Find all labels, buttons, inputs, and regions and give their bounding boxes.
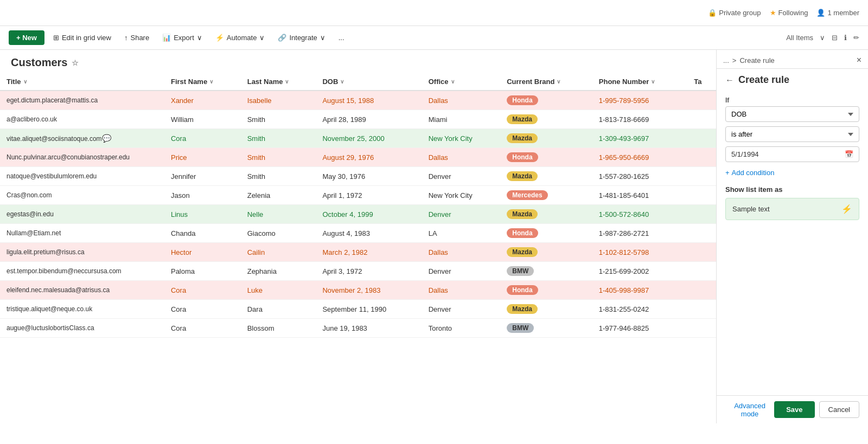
breadcrumb-text: Create rule <box>739 56 774 65</box>
cell-brand: Mazda <box>500 205 592 224</box>
table-row: eleifend.nec.malesuada@atrisus.ca Cora L… <box>0 281 716 300</box>
panel-back-button[interactable]: ← <box>725 75 734 85</box>
lock-icon: 🔒 <box>708 9 717 17</box>
person-icon: 👤 <box>816 9 825 17</box>
office-sort-icon: ∨ <box>451 79 455 85</box>
export-button[interactable]: 📊 Export ∨ <box>158 31 207 44</box>
cell-title: augue@luctuslobortisClass.ca <box>0 319 164 338</box>
cell-ta <box>687 319 716 338</box>
list-area: Customers ☆ Title ∨ First Name ∨ Last Na… <box>0 50 716 423</box>
share-button[interactable]: ↑ Share <box>120 31 154 44</box>
export-chevron-icon: ∨ <box>197 34 202 42</box>
cell-dob: April 1, 1972 <box>316 186 422 205</box>
brand-badge: Mazda <box>507 247 538 257</box>
private-group: 🔒 Private group <box>708 9 761 17</box>
brand-badge: Mercedes <box>507 190 547 200</box>
condition-operator-select[interactable]: is after <box>725 126 859 142</box>
date-value-field[interactable]: 5/1/1994 📅 <box>725 146 859 162</box>
cell-ta <box>687 129 716 148</box>
automate-icon: ⚡ <box>215 34 224 42</box>
cell-lastname: Cailin <box>241 243 316 262</box>
cell-office: Denver <box>422 300 500 319</box>
brand-badge: Honda <box>507 228 538 238</box>
brand-badge: Mazda <box>507 114 538 124</box>
panel-close-button[interactable]: × <box>857 55 861 65</box>
col-firstname: First Name ∨ <box>164 73 241 91</box>
cell-dob: October 4, 1999 <box>316 205 422 224</box>
table-row: Nunc.pulvinar.arcu@conubianostraper.edu … <box>0 148 716 167</box>
cell-phone: 1-481-185-6401 <box>592 186 688 205</box>
add-condition-button[interactable]: + Add condition <box>725 169 774 177</box>
member-count-label: 1 member <box>827 9 859 17</box>
automate-label: Automate <box>227 34 257 42</box>
following-label: Following <box>778 9 808 17</box>
cell-phone: 1-965-950-6669 <box>592 148 688 167</box>
cell-lastname: Giacomo <box>241 224 316 243</box>
cell-office: Dallas <box>422 243 500 262</box>
cell-lastname: Smith <box>241 167 316 186</box>
calendar-icon[interactable]: 📅 <box>845 150 853 158</box>
cell-dob: March 2, 1982 <box>316 243 422 262</box>
integrate-button[interactable]: 🔗 Integrate ∨ <box>273 31 329 44</box>
filter-icon[interactable]: ⊟ <box>832 34 838 42</box>
cancel-button[interactable]: Cancel <box>819 401 859 418</box>
brand-badge: Honda <box>507 152 538 162</box>
automate-button[interactable]: ⚡ Automate ∨ <box>211 31 270 44</box>
edit-icon[interactable]: ✏ <box>853 34 859 42</box>
breadcrumb-ellipsis: ... <box>723 56 729 65</box>
more-button[interactable]: ... <box>334 31 349 44</box>
table-row: Nullam@Etiam.net Chanda Giacomo August 4… <box>0 224 716 243</box>
cell-ta <box>687 91 716 110</box>
cell-title: Nunc.pulvinar.arcu@conubianostraper.edu <box>0 148 164 167</box>
star-icon: ★ <box>770 9 776 17</box>
brand-sort-icon: ∨ <box>557 79 560 85</box>
table-row: augue@luctuslobortisClass.ca Cora Blosso… <box>0 319 716 338</box>
save-button[interactable]: Save <box>774 401 814 418</box>
advanced-mode-button[interactable]: Advanced mode <box>725 402 774 418</box>
cell-lastname: Luke <box>241 281 316 300</box>
new-button[interactable]: + New <box>9 30 44 45</box>
info-icon[interactable]: ℹ <box>844 34 847 42</box>
cell-brand: Mazda <box>500 110 592 129</box>
page-title: Customers <box>11 56 67 69</box>
edit-grid-button[interactable]: ⊞ Edit in grid view <box>49 31 116 44</box>
cell-lastname: Smith <box>241 129 316 148</box>
cell-brand: Honda <box>500 281 592 300</box>
cell-dob: November 25, 2000 <box>316 129 422 148</box>
cell-phone: 1-500-572-8640 <box>592 205 688 224</box>
format-icon[interactable]: ⚡ <box>841 204 852 214</box>
table-row: egestas@in.edu Linus Nelle October 4, 19… <box>0 205 716 224</box>
right-panel: ... > Create rule × ← Create rule If DOB… <box>716 50 868 423</box>
share-icon: ↑ <box>124 34 128 42</box>
condition-field-select[interactable]: DOB <box>725 106 859 122</box>
cell-office: New York City <box>422 186 500 205</box>
lastname-sort-icon: ∨ <box>285 79 289 85</box>
panel-footer: Advanced mode Save Cancel <box>717 395 868 423</box>
favorite-icon[interactable]: ☆ <box>72 59 79 67</box>
cell-title: eleifend.nec.malesuada@atrisus.ca <box>0 281 164 300</box>
cell-title: a@aclibero.co.uk <box>0 110 164 129</box>
brand-badge: Honda <box>507 95 538 105</box>
cell-phone: 1-102-812-5798 <box>592 243 688 262</box>
edit-grid-label: Edit in grid view <box>62 34 111 42</box>
table-row: vitae.aliquet@sociisnatoque.com💬 Cora Sm… <box>0 129 716 148</box>
cell-ta <box>687 300 716 319</box>
cell-brand: BMW <box>500 319 592 338</box>
cell-phone: 1-813-718-6669 <box>592 110 688 129</box>
cell-brand: Mazda <box>500 243 592 262</box>
table-row: ligula.elit.pretium@risus.ca Hector Cail… <box>0 243 716 262</box>
cell-lastname: Zephania <box>241 262 316 281</box>
table-row: est.tempor.bibendum@neccursusa.com Palom… <box>0 262 716 281</box>
cell-dob: November 2, 1983 <box>316 281 422 300</box>
cell-firstname: Paloma <box>164 262 241 281</box>
table-row: Cras@non.com Jason Zelenia April 1, 1972… <box>0 186 716 205</box>
phone-sort-icon: ∨ <box>651 79 655 85</box>
cell-dob: April 28, 1989 <box>316 110 422 129</box>
integrate-label: Integrate <box>289 34 317 42</box>
panel-header: ... > Create rule × <box>717 50 868 69</box>
cell-office: New York City <box>422 129 500 148</box>
cell-phone: 1-557-280-1625 <box>592 167 688 186</box>
cell-title: est.tempor.bibendum@neccursusa.com <box>0 262 164 281</box>
cell-office: Denver <box>422 167 500 186</box>
following-btn[interactable]: ★ Following <box>770 9 808 17</box>
